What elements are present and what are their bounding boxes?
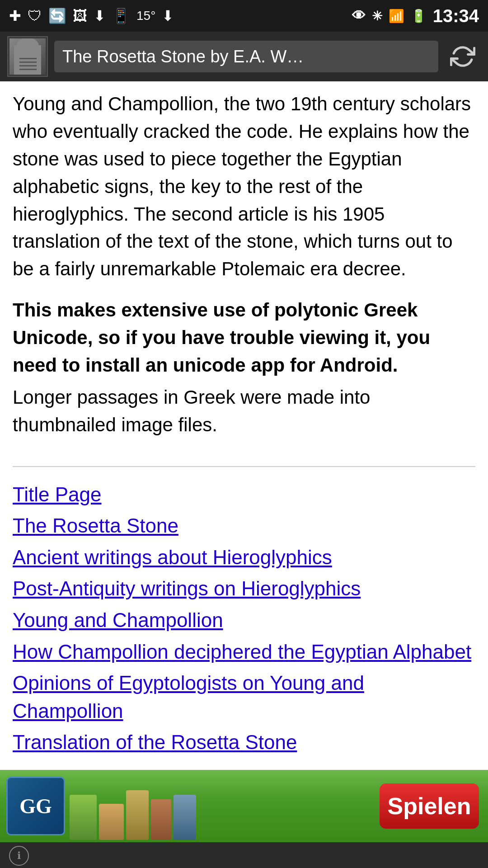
spielen-label: Spielen: [388, 793, 471, 820]
toc-link-title-page[interactable]: Title Page: [13, 483, 101, 505]
clock: 13:34: [433, 6, 479, 26]
battery-icon: 🔋: [411, 9, 427, 24]
ad-character2: [174, 795, 196, 840]
url-text: The Rosetta Stone by E.A. W…: [62, 47, 304, 66]
ad-character1: [151, 799, 171, 840]
ad-building2: [126, 790, 149, 840]
toc-item-young-champollion[interactable]: Young and Champollion: [13, 606, 475, 634]
refresh-button[interactable]: [445, 38, 481, 75]
toc-list: Title Page The Rosetta Stone Ancient wri…: [13, 481, 475, 756]
signal-bars-icon: 📶: [389, 9, 404, 24]
toc-link-young-champollion[interactable]: Young and Champollion: [13, 609, 223, 631]
unicode-notice: This makes extensive use of polytonic Gr…: [13, 297, 475, 379]
browser-toolbar: The Rosetta Stone by E.A. W…: [0, 32, 488, 81]
body-text: Young and Champollion, the two 19th cent…: [13, 90, 475, 283]
download2-icon: ⬇: [162, 7, 174, 24]
refresh-icon: [450, 44, 475, 69]
toc-link-how-champollion[interactable]: How Champollion deciphered the Egyptian …: [13, 641, 471, 663]
toc-item-post-antiquity[interactable]: Post-Antiquity writings on Hieroglyphics: [13, 575, 475, 603]
temperature-icon: 15°: [136, 9, 155, 23]
toc-item-opinions[interactable]: Opinions of Egyptologists on Young and C…: [13, 669, 475, 725]
toc-link-translation[interactable]: Translation of the Rosetta Stone: [13, 731, 297, 753]
longer-passages-text: Longer passages in Greek were made into …: [13, 384, 475, 439]
ad-banner[interactable]: GG Spielen: [0, 770, 488, 842]
toc-link-rosetta-stone[interactable]: The Rosetta Stone: [13, 514, 178, 537]
app-icon: [7, 36, 48, 77]
ad-left-section: GG: [0, 770, 262, 842]
eye-icon: 👁: [352, 8, 366, 24]
app-icon-image: [9, 38, 46, 75]
info-icon: ℹ: [9, 846, 29, 866]
url-bar[interactable]: The Rosetta Stone by E.A. W…: [54, 41, 438, 72]
status-bar: ✚ 🛡 🔄 🖼 ⬇ 📱 15° ⬇ 👁 ✳ 📶 🔋 13:34: [0, 0, 488, 32]
toc-item-title-page[interactable]: Title Page: [13, 481, 475, 509]
main-content: Young and Champollion, the two 19th cent…: [0, 81, 488, 756]
image-icon: 🖼: [73, 8, 87, 24]
toc-item-how-champollion[interactable]: How Champollion deciphered the Egyptian …: [13, 638, 475, 666]
tablet-icon: 📱: [112, 7, 130, 24]
download-icon: ⬇: [94, 7, 106, 24]
shield-icon: 🛡: [28, 8, 42, 24]
toc-link-opinions[interactable]: Opinions of Egyptologists on Young and C…: [13, 672, 364, 722]
ad-building1: [99, 804, 124, 840]
ad-game-letters: GG: [19, 794, 52, 818]
toc-item-rosetta-stone[interactable]: The Rosetta Stone: [13, 512, 475, 540]
toc-link-post-antiquity[interactable]: Post-Antiquity writings on Hieroglyphics: [13, 577, 361, 599]
ad-scene: [70, 772, 262, 840]
status-bar-right: 👁 ✳ 📶 🔋 13:34: [352, 6, 479, 26]
refresh-circle-icon: 🔄: [48, 7, 66, 24]
ad-tree: [70, 795, 97, 840]
bluetooth-icon: ✳: [372, 9, 382, 24]
toc-item-ancient-writings[interactable]: Ancient writings about Hieroglyphics: [13, 543, 475, 571]
spielen-button[interactable]: Spielen: [380, 783, 479, 829]
toc-link-ancient-writings[interactable]: Ancient writings about Hieroglyphics: [13, 546, 332, 568]
unicode-notice-bold: This makes extensive use of polytonic Gr…: [13, 299, 430, 376]
toc-item-translation[interactable]: Translation of the Rosetta Stone: [13, 728, 475, 756]
plus-icon: ✚: [9, 7, 21, 24]
status-bar-left: ✚ 🛡 🔄 🖼 ⬇ 📱 15° ⬇: [9, 7, 174, 24]
divider: [13, 466, 475, 467]
ad-game-icon: GG: [6, 777, 65, 835]
bottom-bar: ℹ: [0, 842, 488, 868]
